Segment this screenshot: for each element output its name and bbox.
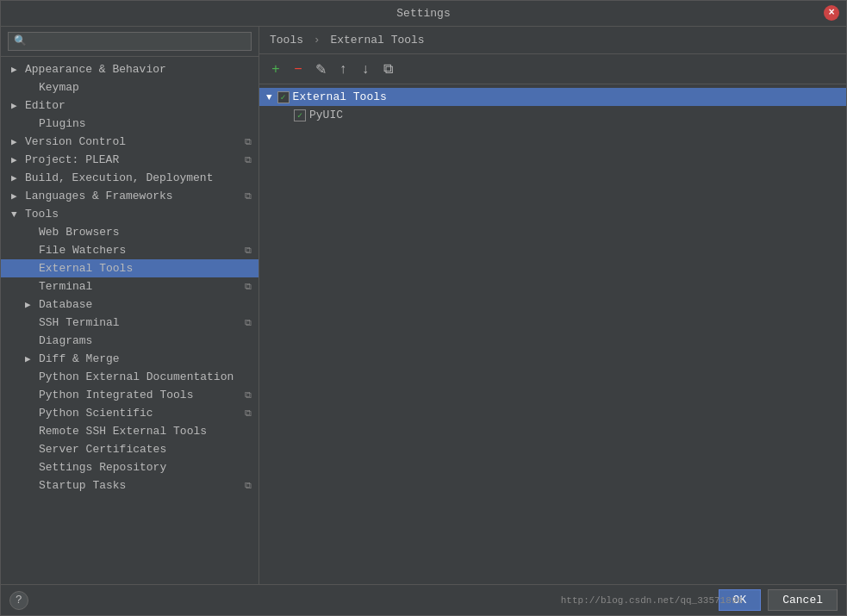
sidebar-item-ssh-terminal[interactable]: SSH Terminal ⧉ — [1, 314, 258, 332]
close-button[interactable]: × — [824, 5, 839, 21]
sidebar-item-label: Startup Tasks — [39, 479, 126, 492]
move-up-button[interactable]: ↑ — [333, 59, 352, 78]
breadcrumb: Tools › External Tools — [259, 27, 846, 54]
arrow-spacer — [25, 119, 35, 129]
remove-button[interactable]: − — [289, 59, 308, 78]
arrow-spacer — [25, 227, 35, 238]
sidebar-item-python-scientific[interactable]: Python Scientific ⧉ — [1, 404, 258, 422]
arrow-spacer — [25, 408, 35, 419]
sidebar-item-python-ext-doc[interactable]: Python External Documentation — [1, 368, 258, 386]
tool-list-area: ▼ External Tools PyUIC — [259, 84, 846, 584]
tool-item-label: PyUIC — [309, 109, 343, 121]
copy-icon: ⧉ — [245, 282, 252, 292]
sidebar-item-label: SSH Terminal — [39, 316, 120, 329]
arrow-spacer — [25, 264, 35, 274]
bottom-bar: ? http://blog.csdn.net/qq_33571896 OK Ca… — [1, 584, 846, 615]
sidebar-item-startup-tasks[interactable]: Startup Tasks ⧉ — [1, 476, 258, 495]
sidebar-item-project[interactable]: ▶ Project: PLEAR ⧉ — [1, 151, 258, 169]
right-panel: Tools › External Tools + − ✎ ↑ ↓ ⧉ ▼ Ext… — [259, 27, 846, 584]
search-box — [1, 27, 258, 57]
sidebar-item-server-certs[interactable]: Server Certificates — [1, 440, 258, 458]
copy-icon: ⧉ — [245, 408, 252, 419]
search-input[interactable] — [8, 32, 252, 51]
sidebar-item-label: Diagrams — [39, 334, 92, 347]
sidebar-item-editor[interactable]: ▶ Editor — [1, 96, 258, 115]
sidebar-item-diff-merge[interactable]: ▶ Diff & Merge — [1, 350, 258, 368]
title-bar: Settings × — [1, 1, 846, 27]
arrow-spacer — [25, 445, 35, 455]
sidebar-item-label: Tools — [25, 208, 59, 221]
sidebar: ▶ Appearance & Behavior Keymap ▶ Editor … — [1, 27, 259, 584]
cancel-button[interactable]: Cancel — [768, 589, 838, 611]
sidebar-item-label: Server Certificates — [39, 443, 166, 456]
toolbar: + − ✎ ↑ ↓ ⧉ — [259, 54, 846, 84]
sidebar-item-label: Terminal — [39, 280, 92, 293]
add-button[interactable]: + — [266, 59, 285, 78]
sidebar-item-tools[interactable]: ▼ Tools — [1, 205, 258, 223]
settings-dialog: Settings × ▶ Appearance & Behavior Keyma… — [0, 0, 847, 616]
arrow-spacer — [25, 372, 35, 383]
arrow-icon: ▶ — [11, 100, 22, 111]
arrow-spacer — [25, 390, 35, 401]
arrow-spacer — [25, 463, 35, 473]
sidebar-item-label: Editor — [25, 99, 65, 112]
tool-group-external-tools[interactable]: ▼ External Tools — [259, 88, 846, 106]
sidebar-item-python-integrated[interactable]: Python Integrated Tools ⧉ — [1, 386, 258, 404]
sidebar-item-diagrams[interactable]: Diagrams — [1, 332, 258, 350]
copy-icon: ⧉ — [245, 481, 252, 491]
arrow-icon: ▶ — [11, 190, 22, 202]
tool-group-label: External Tools — [293, 90, 387, 103]
arrow-spacer — [25, 83, 35, 93]
help-button[interactable]: ? — [9, 591, 28, 610]
sidebar-item-external-tools[interactable]: External Tools — [1, 259, 258, 277]
group-checkbox[interactable] — [277, 91, 290, 103]
dialog-title: Settings — [396, 7, 450, 20]
copy-icon: ⧉ — [245, 390, 252, 401]
copy-icon: ⧉ — [245, 318, 252, 328]
arrow-spacer — [25, 336, 35, 346]
sidebar-item-label: Plugins — [39, 117, 86, 130]
tool-item-checkbox[interactable] — [294, 109, 306, 121]
arrow-icon: ▶ — [11, 172, 22, 184]
sidebar-item-build[interactable]: ▶ Build, Execution, Deployment — [1, 169, 258, 187]
copy-icon: ⧉ — [245, 155, 252, 165]
content-area: ▶ Appearance & Behavior Keymap ▶ Editor … — [1, 27, 846, 584]
arrow-icon: ▼ — [11, 209, 22, 220]
sidebar-item-file-watchers[interactable]: File Watchers ⧉ — [1, 241, 258, 259]
sidebar-item-languages[interactable]: ▶ Languages & Frameworks ⧉ — [1, 187, 258, 205]
arrow-icon: ▶ — [25, 299, 35, 310]
copy-icon: ⧉ — [245, 246, 252, 256]
sidebar-item-label: Languages & Frameworks — [25, 190, 173, 202]
arrow-spacer — [25, 282, 35, 292]
sidebar-item-web-browsers[interactable]: Web Browsers — [1, 223, 258, 241]
sidebar-item-database[interactable]: ▶ Database — [1, 296, 258, 314]
move-down-button[interactable]: ↓ — [356, 59, 375, 78]
sidebar-item-plugins[interactable]: Plugins — [1, 115, 258, 133]
sidebar-item-label: Python External Documentation — [39, 370, 234, 383]
watermark-text: http://blog.csdn.net/qq_33571896 — [561, 595, 743, 606]
sidebar-item-label: Build, Execution, Deployment — [25, 171, 213, 184]
group-arrow-icon: ▼ — [266, 92, 272, 103]
sidebar-item-settings-repo[interactable]: Settings Repository — [1, 458, 258, 476]
sidebar-item-appearance[interactable]: ▶ Appearance & Behavior — [1, 60, 258, 78]
copy-button[interactable]: ⧉ — [378, 59, 397, 78]
arrow-icon: ▶ — [11, 154, 22, 165]
breadcrumb-item-tools: Tools — [270, 34, 303, 47]
sidebar-item-label: Remote SSH External Tools — [39, 425, 207, 438]
sidebar-item-label: Web Browsers — [39, 226, 120, 239]
sidebar-item-label: Python Integrated Tools — [39, 389, 193, 401]
arrow-icon: ▶ — [11, 64, 22, 75]
sidebar-item-version-control[interactable]: ▶ Version Control ⧉ — [1, 133, 258, 151]
sidebar-item-label: Python Scientific — [39, 407, 153, 420]
sidebar-item-terminal[interactable]: Terminal ⧉ — [1, 277, 258, 296]
sidebar-item-label: Project: PLEAR — [25, 153, 119, 166]
sidebar-item-label: File Watchers — [39, 244, 126, 257]
edit-button[interactable]: ✎ — [311, 59, 330, 78]
tool-item-pyuic[interactable]: PyUIC — [259, 106, 846, 124]
copy-icon: ⧉ — [245, 191, 252, 202]
sidebar-item-label: Keymap — [39, 81, 79, 94]
sidebar-item-keymap[interactable]: Keymap — [1, 78, 258, 96]
arrow-spacer — [25, 318, 35, 328]
sidebar-item-remote-ssh[interactable]: Remote SSH External Tools — [1, 422, 258, 440]
sidebar-item-label: Version Control — [25, 135, 126, 148]
